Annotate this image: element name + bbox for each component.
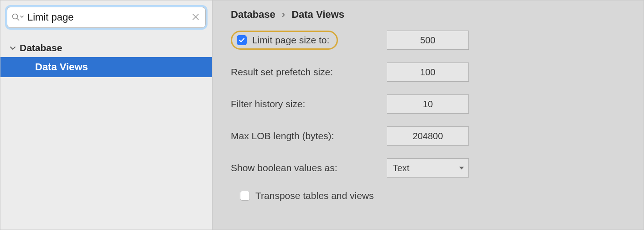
settings-tree: Database Data Views	[0, 34, 212, 77]
prefetch-size-label: Result set prefetch size:	[231, 67, 333, 78]
filter-history-size-input[interactable]	[387, 94, 469, 114]
settings-main: Database › Data Views Limit	[213, 0, 644, 230]
boolean-values-as-label: Show boolean values as:	[231, 162, 338, 173]
search-input[interactable]	[27, 7, 191, 27]
limit-page-highlight: Limit page size to:	[231, 31, 338, 50]
settings-sidebar: Database Data Views	[0, 0, 213, 230]
checkmark-icon	[239, 35, 245, 46]
filter-history-size-label: Filter history size:	[231, 99, 305, 110]
limit-page-size-input[interactable]	[387, 31, 469, 50]
prefetch-size-input[interactable]	[387, 63, 469, 82]
tree-parent-label: Database	[20, 42, 62, 53]
settings-window: Database Data Views Database › Data View…	[0, 0, 644, 230]
boolean-values-as-select[interactable]	[387, 158, 469, 178]
settings-form: Limit page size to: Result set prefetch …	[213, 31, 644, 201]
search-box[interactable]	[7, 7, 206, 28]
tree-child-label: Data Views	[35, 61, 88, 73]
tree-item-database[interactable]: Database	[0, 39, 212, 57]
limit-page-size-label: Limit page size to:	[252, 35, 329, 46]
breadcrumb-separator-icon: ›	[282, 9, 285, 21]
transpose-label: Transpose tables and views	[255, 190, 374, 201]
svg-line-1	[17, 18, 19, 21]
tree-item-data-views[interactable]: Data Views	[0, 57, 212, 77]
breadcrumb-leaf: Data Views	[291, 9, 344, 21]
clear-icon[interactable]	[191, 11, 201, 24]
max-lob-length-input[interactable]	[387, 126, 469, 146]
limit-page-size-checkbox[interactable]	[237, 35, 247, 45]
transpose-checkbox[interactable]	[240, 191, 250, 201]
max-lob-length-label: Max LOB length (bytes):	[231, 131, 334, 141]
breadcrumb-root[interactable]: Database	[231, 9, 275, 21]
search-icon	[12, 13, 24, 21]
breadcrumb: Database › Data Views	[213, 0, 644, 31]
chevron-down-icon	[10, 45, 16, 51]
